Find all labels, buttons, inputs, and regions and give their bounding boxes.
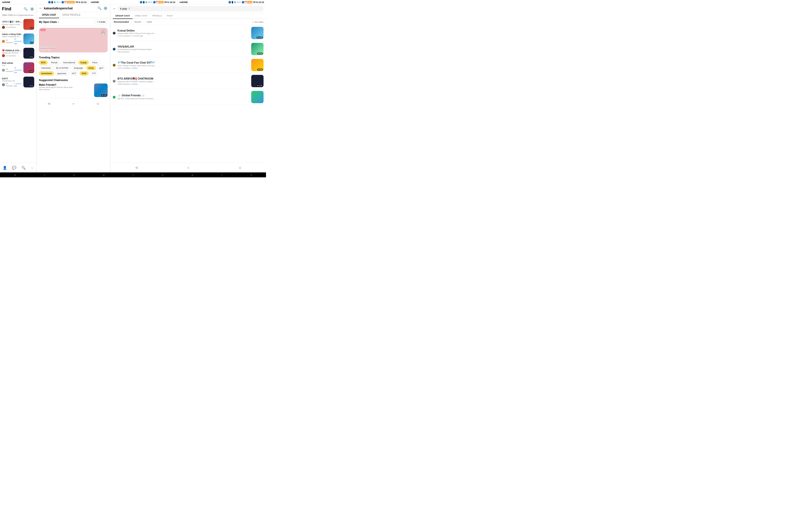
- create-button[interactable]: + Create: [95, 20, 108, 24]
- carrier-3: redONE: [179, 1, 188, 3]
- result-meta-3: 1269 members | Active: [117, 83, 249, 85]
- result-item-0[interactable]: Kutsal Deliler #Kpop #aktif #BTS #Army #…: [110, 25, 266, 41]
- result-item-2[interactable]: 💎The Carat Fan Chat SVT💎 #SVT #Kpop #Car…: [110, 57, 266, 73]
- openchat-search-icon[interactable]: 🔍: [97, 6, 102, 10]
- result-avatar-2: [113, 64, 115, 66]
- topic-chip-blackpink[interactable]: BLACKPINK: [54, 66, 71, 70]
- result-name-4: ☁️ Global Friends ☁️: [117, 94, 249, 97]
- avatar-4: [2, 83, 5, 86]
- tab-open-chat[interactable]: OPEN CHAT: [39, 12, 59, 18]
- search-input-wrap[interactable]: k-pop ✕: [118, 6, 264, 11]
- tab-open-profile[interactable]: OPEN PROFILE: [59, 12, 83, 18]
- baking-emoji: 🐰: [100, 29, 106, 35]
- chat-item-3[interactable]: Red velvet Red 48 members 30 minute(s) a…: [0, 60, 36, 75]
- my-open-chats-count: 1: [58, 21, 59, 23]
- android-home[interactable]: ○: [44, 174, 45, 176]
- nav2-home-btn[interactable]: ○: [73, 102, 74, 105]
- result-item-3[interactable]: BTS ARMY[🇲🇾] CHATROOM #btsarmy #BTS #ARM…: [110, 73, 266, 89]
- panel-openchat: ← kakaotalkopenchat 🔍 ⚙️ OPEN CHAT OPEN …: [36, 4, 110, 172]
- result-tags-1: #sohbet#bts#exo#got7#army#exol#got...: [117, 48, 249, 51]
- result-item-4[interactable]: ☁️ Global Friends ☁️ #한국인 #International…: [110, 89, 266, 105]
- filter-recommended[interactable]: Recommended: [113, 20, 130, 24]
- search-tab-post[interactable]: POST: [165, 13, 176, 19]
- result-tags-3: #btsarmy #BTS #ARMY #indomy #bighit ...: [117, 80, 249, 83]
- chat-item-4[interactable]: GOT7 안녕하세요 Hiii 98 members 1 hour(s) ago…: [0, 75, 36, 89]
- my-open-chats-label: My Open Chats 1: [39, 21, 59, 23]
- openchat-title: kakaotalkopenchat: [44, 6, 73, 10]
- result-meta-2: 1047 members | Active: [117, 67, 249, 69]
- search-tab-group-chat[interactable]: GROUP CHAT: [113, 13, 133, 19]
- topic-chip-seventeen[interactable]: seventeen: [39, 71, 54, 76]
- result-item-1[interactable]: YAVŞAKLAR #sohbet#bts#exo#got7#army#exol…: [110, 41, 266, 57]
- nav3-square-btn[interactable]: □: [240, 166, 241, 169]
- result-name-0: Kutsal Deliler: [117, 29, 249, 32]
- no-codes-button[interactable]: ✓ No Codes: [252, 21, 264, 23]
- status-bar: redONE 🔵📱🐦📧··· 🔵⏰📶📶📶 78% 12:12 redONE 🔵📱…: [0, 0, 266, 4]
- topic-chip-twice[interactable]: Twice: [90, 60, 100, 65]
- search-query-text: k-pop: [120, 7, 127, 10]
- topic-chip-txt[interactable]: TXT: [90, 71, 98, 76]
- suggested-item-0[interactable]: Make Friends!! #headscratchingclub #frie…: [39, 83, 108, 97]
- nav-person[interactable]: 👤: [3, 166, 7, 170]
- android-home-2[interactable]: ○: [133, 174, 134, 176]
- openchat-settings-icon[interactable]: ⚙️: [103, 6, 108, 10]
- like-badge-3: ♥ 69: [29, 71, 34, 73]
- chat-meta-0: 10 members: [2, 26, 22, 29]
- topic-chip-nct[interactable]: NCT: [70, 71, 79, 76]
- topic-chip-language[interactable]: language: [72, 66, 85, 70]
- android-square-3[interactable]: □: [251, 174, 252, 176]
- topic-chip-bts[interactable]: BTS: [39, 60, 48, 65]
- find-search-icon[interactable]: 🔍: [23, 7, 28, 11]
- search-clear-icon[interactable]: ✕: [128, 7, 131, 10]
- find-settings-icon[interactable]: ⚙️: [30, 7, 34, 11]
- openchat-bottom-nav: ◁ ○ □: [36, 98, 110, 108]
- nav-more[interactable]: ···: [31, 166, 34, 170]
- find-title: Find: [2, 6, 11, 12]
- filter-liked[interactable]: Liked: [146, 20, 153, 24]
- chat-item-1[interactable]: Ateez x Stray Kids #ateez #straykids #st…: [0, 32, 36, 46]
- nav2-square-btn[interactable]: □: [97, 102, 99, 105]
- chat-item-0[interactable]: 사이니 월드 : SHINee World /Shawols #shinee #…: [0, 18, 36, 32]
- android-back-2[interactable]: ◁: [103, 174, 104, 176]
- result-thumb-4: [251, 91, 264, 103]
- chat-info-4: GOT7 안녕하세요 Hiii 98 members 1 hour(s) ago: [2, 77, 22, 87]
- topic-chip-japanese[interactable]: japanese: [55, 71, 69, 76]
- topic-chip-indonesia[interactable]: indonesia: [39, 66, 53, 70]
- result-like-1: ♥ 831: [257, 53, 263, 55]
- status-icons-3: 🔵📱🐦📧··· 🔵⏰📶📶 78% 12:12: [228, 1, 264, 3]
- chat-item-2[interactable]: ❤️ FEMALE STANS ❤️ #girlgroups #actress …: [0, 46, 36, 60]
- android-square-2[interactable]: □: [162, 174, 163, 176]
- search-back-btn[interactable]: ←: [113, 7, 116, 11]
- chat-name-2: ❤️ FEMALE STANS ❤️: [2, 49, 22, 52]
- chat-name-3: Red velvet: [2, 62, 22, 64]
- like-badge-2: ♥ 54: [29, 56, 34, 58]
- trending-title: Trending Topics: [39, 56, 108, 59]
- android-back[interactable]: ◁: [14, 174, 16, 176]
- android-square[interactable]: □: [73, 174, 75, 176]
- topic-chip-international[interactable]: international: [61, 60, 77, 65]
- chat-name-0: 사이니 월드 : SHINee World /Shawols: [2, 20, 22, 23]
- openchat-header: ← kakaotalkopenchat 🔍 ⚙️: [36, 4, 110, 12]
- chat-thumb-1: ♥ 8: [23, 34, 34, 44]
- topic-chip-exo[interactable]: EXO: [79, 71, 89, 76]
- topic-chip-got7[interactable]: got7: [97, 66, 106, 70]
- topic-chip-army[interactable]: army: [86, 66, 96, 70]
- result-name-3: BTS ARMY[🇲🇾] CHATROOM: [117, 77, 249, 80]
- go-openchat-link[interactable]: Go to Openchat Home ›: [13, 14, 34, 16]
- nav2-back-btn[interactable]: ◁: [48, 102, 50, 105]
- search-tab-free-chat[interactable]: FREE CHAT: [133, 13, 150, 19]
- nav-chat[interactable]: 💬: [12, 166, 16, 170]
- nav3-home-btn[interactable]: ○: [187, 166, 189, 169]
- topic-chip-k-pop[interactable]: k-pop: [78, 60, 89, 65]
- nav-search[interactable]: 🔍: [21, 166, 25, 170]
- carrier-1: redONE: [2, 1, 10, 3]
- filter-recent[interactable]: Recent: [133, 20, 142, 24]
- android-home-3[interactable]: ○: [221, 174, 223, 176]
- status-panel-2: redONE 🔵📱🐦📧··· 🔵⏰📶📶 78% 12:12: [89, 0, 177, 4]
- openchat-back-btn[interactable]: ←: [39, 6, 42, 10]
- search-tab-profile[interactable]: PROFILE: [150, 13, 165, 19]
- android-back-3[interactable]: ◁: [191, 174, 193, 176]
- baking-card[interactable]: Rin 🐰 Baking Enth... Group Chat: [39, 28, 108, 53]
- nav3-back-btn[interactable]: ◁: [135, 166, 137, 169]
- topic-chip-friends[interactable]: friends: [49, 60, 60, 65]
